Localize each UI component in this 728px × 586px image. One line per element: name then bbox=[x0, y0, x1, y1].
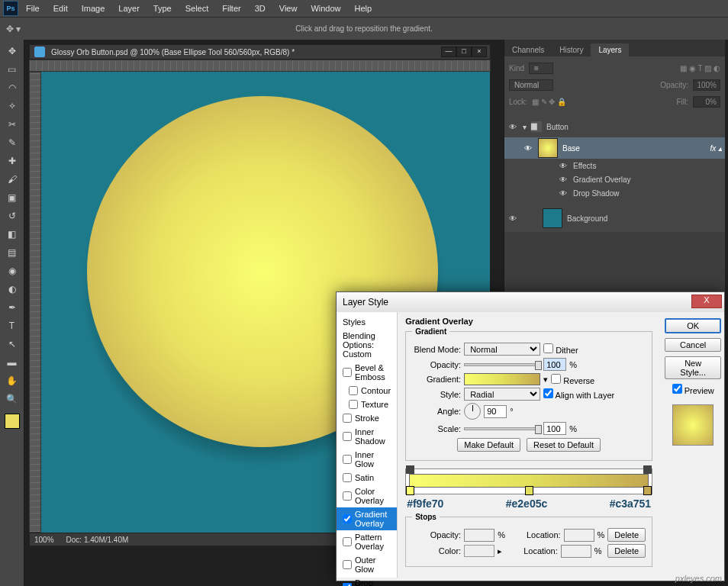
styles-header[interactable]: Styles bbox=[337, 315, 397, 329]
preview-checkbox[interactable]: Preview bbox=[672, 384, 714, 395]
foreground-color-swatch[interactable] bbox=[5, 414, 20, 429]
layer-background[interactable]: 👁 Background bbox=[504, 208, 725, 229]
fill-value[interactable]: 0% bbox=[693, 96, 720, 108]
item-inner-glow[interactable]: Inner Glow bbox=[337, 448, 397, 471]
gradient-editor[interactable] bbox=[405, 468, 652, 494]
stop-opacity-input[interactable] bbox=[464, 529, 494, 542]
doc-maximize-icon[interactable]: □ bbox=[456, 47, 472, 57]
scale-input[interactable] bbox=[543, 422, 566, 435]
eyedropper-tool-icon[interactable]: ✎ bbox=[2, 134, 22, 151]
doc-minimize-icon[interactable]: — bbox=[441, 47, 456, 57]
opacity-value[interactable]: 100% bbox=[693, 79, 720, 91]
align-checkbox[interactable]: Align with Layer bbox=[543, 388, 614, 400]
ruler-horizontal[interactable] bbox=[29, 60, 491, 72]
item-satin[interactable]: Satin bbox=[337, 471, 397, 485]
menu-layer[interactable]: Layer bbox=[112, 2, 146, 14]
menu-select[interactable]: Select bbox=[179, 2, 215, 14]
visibility-toggle-icon[interactable]: 👁 bbox=[507, 214, 518, 223]
ruler-vertical[interactable] bbox=[29, 72, 41, 533]
eraser-tool-icon[interactable]: ◧ bbox=[2, 226, 22, 243]
layer-base[interactable]: 👁 Base fx ▴ bbox=[504, 137, 725, 159]
marquee-tool-icon[interactable]: ▭ bbox=[2, 61, 22, 78]
gradient-tool-icon[interactable]: ▤ bbox=[2, 244, 22, 261]
zoom-level[interactable]: 100% bbox=[34, 536, 54, 544]
tab-channels[interactable]: Channels bbox=[504, 43, 552, 56]
filter-icons[interactable]: ▦ ◉ T ▨ ◐ bbox=[680, 64, 720, 72]
fx-badge[interactable]: fx ▴ bbox=[710, 144, 722, 153]
menu-3d[interactable]: 3D bbox=[249, 2, 272, 14]
history-brush-tool-icon[interactable]: ↺ bbox=[2, 208, 22, 224]
menu-image[interactable]: Image bbox=[76, 2, 111, 14]
delete-color-stop-button[interactable]: Delete bbox=[607, 544, 646, 558]
menu-file[interactable]: File bbox=[20, 2, 46, 14]
blend-mode-select[interactable]: Normal bbox=[509, 79, 553, 91]
lock-icons[interactable]: ▦ ✎ ✥ 🔒 bbox=[532, 98, 566, 106]
scale-slider[interactable] bbox=[464, 427, 540, 430]
hand-tool-icon[interactable]: ✋ bbox=[2, 372, 22, 389]
opacity-stop[interactable] bbox=[406, 465, 414, 474]
item-contour[interactable]: Contour bbox=[337, 384, 397, 398]
make-default-button[interactable]: Make Default bbox=[457, 438, 520, 452]
reset-default-button[interactable]: Reset to Default bbox=[527, 438, 601, 452]
layer-group-button[interactable]: 👁 ▾ ▆ Button bbox=[504, 116, 725, 137]
stop-location-input[interactable] bbox=[564, 529, 594, 542]
menu-window[interactable]: Window bbox=[304, 2, 346, 14]
color-stop-1[interactable] bbox=[406, 486, 414, 495]
item-inner-shadow[interactable]: Inner Shadow bbox=[337, 425, 397, 448]
tab-layers[interactable]: Layers bbox=[591, 43, 629, 56]
menu-help[interactable]: Help bbox=[349, 2, 378, 14]
color-stop-3[interactable] bbox=[643, 486, 652, 495]
move-tool-icon[interactable]: ✥ bbox=[2, 43, 22, 60]
item-color-overlay[interactable]: Color Overlay bbox=[337, 485, 397, 507]
brush-tool-icon[interactable]: 🖌 bbox=[2, 171, 22, 188]
item-bevel[interactable]: Bevel & Emboss bbox=[337, 361, 397, 384]
zoom-tool-icon[interactable]: 🔍 bbox=[2, 391, 22, 407]
kind-filter[interactable]: ≡ bbox=[529, 63, 553, 74]
shape-tool-icon[interactable]: ▬ bbox=[2, 354, 22, 371]
delete-opacity-stop-button[interactable]: Delete bbox=[607, 528, 646, 542]
effect-gradient-overlay[interactable]: 👁Gradient Overlay bbox=[504, 172, 725, 186]
lasso-tool-icon[interactable]: ◠ bbox=[2, 79, 22, 96]
menu-view[interactable]: View bbox=[273, 2, 304, 14]
dialog-titlebar[interactable]: Layer Style X bbox=[337, 292, 724, 312]
path-tool-icon[interactable]: ↖ bbox=[2, 336, 22, 353]
stop-location-input2[interactable] bbox=[561, 545, 591, 558]
reverse-checkbox[interactable]: Reverse bbox=[551, 374, 594, 385]
item-texture[interactable]: Texture bbox=[337, 398, 397, 411]
opacity-slider[interactable] bbox=[464, 363, 540, 366]
dialog-close-button[interactable]: X bbox=[691, 295, 722, 308]
cancel-button[interactable]: Cancel bbox=[665, 338, 721, 352]
new-style-button[interactable]: New Style... bbox=[665, 356, 721, 379]
stop-color-swatch[interactable] bbox=[464, 545, 494, 557]
opacity-input[interactable] bbox=[543, 358, 566, 371]
type-tool-icon[interactable]: T bbox=[2, 317, 22, 334]
style-select[interactable]: Radial bbox=[464, 388, 540, 401]
gradient-swatch[interactable] bbox=[464, 373, 540, 385]
layer-thumb[interactable] bbox=[538, 138, 558, 158]
color-stop-2[interactable] bbox=[525, 486, 533, 495]
tab-history[interactable]: History bbox=[552, 43, 591, 56]
blur-tool-icon[interactable]: ◉ bbox=[2, 262, 22, 279]
angle-input[interactable] bbox=[484, 405, 507, 418]
heal-tool-icon[interactable]: ✚ bbox=[2, 153, 22, 169]
opacity-stop[interactable] bbox=[643, 465, 652, 474]
effects-header[interactable]: 👁Effects bbox=[504, 159, 725, 172]
menu-edit[interactable]: Edit bbox=[47, 2, 74, 14]
doc-close-icon[interactable]: × bbox=[472, 47, 487, 57]
document-titlebar[interactable]: Glossy Orb Button.psd @ 100% (Base Ellip… bbox=[29, 44, 491, 60]
item-drop-shadow[interactable]: Drop Shadow bbox=[337, 576, 397, 586]
item-gradient-overlay[interactable]: Gradient Overlay bbox=[337, 507, 397, 530]
dither-checkbox[interactable]: Dither bbox=[543, 343, 578, 355]
visibility-toggle-icon[interactable]: 👁 bbox=[523, 144, 533, 153]
pen-tool-icon[interactable]: ✒ bbox=[2, 299, 22, 316]
layer-thumb[interactable] bbox=[543, 208, 562, 228]
stamp-tool-icon[interactable]: ▣ bbox=[2, 189, 22, 206]
ok-button[interactable]: OK bbox=[665, 318, 721, 333]
blend-mode-select[interactable]: Normal bbox=[464, 343, 540, 356]
blending-options[interactable]: Blending Options: Custom bbox=[337, 329, 397, 361]
wand-tool-icon[interactable]: ✧ bbox=[2, 98, 22, 114]
item-outer-glow[interactable]: Outer Glow bbox=[337, 553, 397, 576]
crop-tool-icon[interactable]: ✂ bbox=[2, 116, 22, 133]
dodge-tool-icon[interactable]: ◐ bbox=[2, 281, 22, 298]
effect-drop-shadow[interactable]: 👁Drop Shadow bbox=[504, 186, 725, 200]
